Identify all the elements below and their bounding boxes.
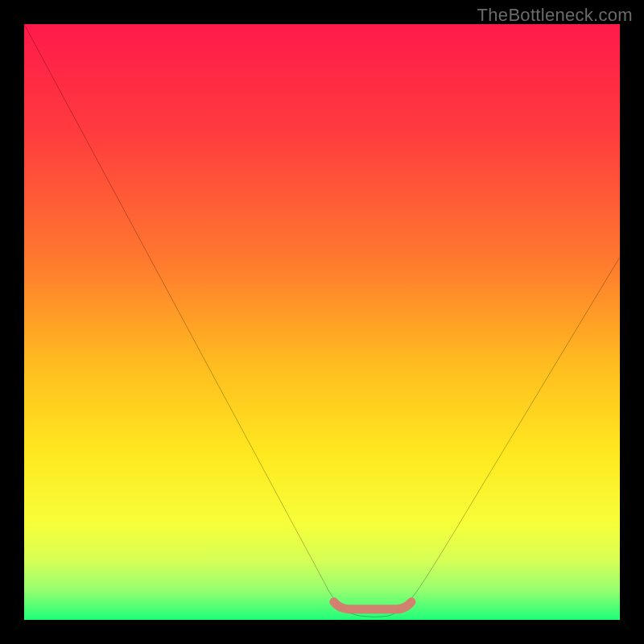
watermark-text: TheBottleneck.com [477,5,633,26]
background-gradient [24,24,620,620]
svg-rect-0 [24,24,620,620]
plot-area [24,24,620,620]
chart-frame: TheBottleneck.com [0,0,644,644]
